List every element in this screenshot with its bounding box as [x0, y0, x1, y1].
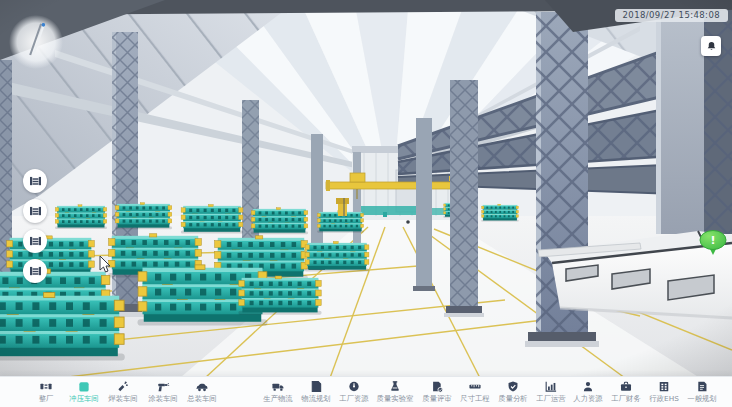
module-label: 工厂资源: [339, 395, 368, 403]
orientation-gizmo[interactable]: [8, 14, 64, 70]
die-stack-icon: [29, 206, 42, 217]
bottom-toolbar: 整厂 冲压车间 焊装车间 涂装车间 总装车间 生产物流 物流规划: [0, 376, 732, 407]
tab-whole-plant[interactable]: 整厂: [32, 380, 60, 403]
die-stack-icon: [29, 236, 42, 247]
tab-paint-shop[interactable]: 涂装车间: [147, 380, 179, 403]
review-doc-icon: [430, 380, 444, 393]
person-icon: [581, 380, 595, 393]
module-logistics-planning[interactable]: 物流规划: [300, 380, 332, 403]
tab-label: 总装车间: [187, 395, 216, 403]
tab-label: 冲压车间: [69, 395, 98, 403]
module-label: 人力资源: [574, 395, 603, 403]
module-quality-lab[interactable]: 质量实验室: [375, 380, 415, 403]
painting-icon: [156, 380, 170, 393]
tab-label: 整厂: [39, 395, 54, 403]
flask-icon: [388, 380, 402, 393]
die-stack-icon: [29, 266, 42, 277]
plant-layout-icon: [39, 380, 53, 393]
die-view-button-3[interactable]: [23, 229, 47, 253]
module-quality-review[interactable]: 质量评审: [421, 380, 453, 403]
module-label: 质量实验室: [377, 395, 414, 403]
workshop-tab-group: 整厂 冲压车间 焊装车间 涂装车间 总装车间: [32, 380, 218, 403]
module-label: 质量分析: [498, 395, 527, 403]
module-label: 行政EHS: [649, 395, 679, 403]
module-production-logistics[interactable]: 生产物流: [262, 380, 294, 403]
module-label: 一般规划: [687, 395, 716, 403]
die-view-button-4[interactable]: [23, 259, 47, 283]
module-label: 生产物流: [263, 395, 292, 403]
truck-icon: [271, 380, 285, 393]
document-icon: [695, 380, 709, 393]
chart-icon: [544, 380, 558, 393]
logistics-plan-icon: [309, 380, 323, 393]
module-quality-analysis[interactable]: 质量分析: [497, 380, 529, 403]
module-button-group: 生产物流 物流规划 工厂资源 质量实验室 质量评审 尺寸工程 质量分析 工厂运: [262, 380, 718, 403]
tab-assembly-shop[interactable]: 总装车间: [186, 380, 218, 403]
module-label: 物流规划: [301, 395, 330, 403]
module-label: 工厂财务: [611, 395, 640, 403]
tab-stamping-shop[interactable]: 冲压车间: [68, 380, 100, 403]
vignette: [0, 0, 732, 378]
die-view-button-1[interactable]: [23, 169, 47, 193]
scene-3d[interactable]: !: [0, 0, 732, 378]
notification-button[interactable]: [701, 36, 721, 56]
datetime-display: 2018/09/27 15:48:08: [615, 9, 728, 22]
module-factory-resources[interactable]: 工厂资源: [338, 380, 370, 403]
module-human-resources[interactable]: 人力资源: [572, 380, 604, 403]
ruler-icon: [468, 380, 482, 393]
die-stack-icon: [29, 176, 42, 187]
tab-welding-shop[interactable]: 焊装车间: [107, 380, 139, 403]
module-factory-operations[interactable]: 工厂运营: [535, 380, 567, 403]
viewport-3d[interactable]: !: [0, 0, 732, 407]
building-icon: [657, 380, 671, 393]
module-factory-finance[interactable]: 工厂财务: [610, 380, 642, 403]
assembly-icon: [195, 380, 209, 393]
bell-icon: [706, 41, 717, 52]
module-general-planning[interactable]: 一般规划: [686, 380, 718, 403]
tab-label: 涂装车间: [148, 395, 177, 403]
die-view-button-2[interactable]: [23, 199, 47, 223]
tab-label: 焊装车间: [108, 395, 137, 403]
stamping-icon: [77, 380, 91, 393]
module-label: 工厂运营: [536, 395, 565, 403]
module-label: 尺寸工程: [460, 395, 489, 403]
module-label: 质量评审: [422, 395, 451, 403]
briefcase-icon: [619, 380, 633, 393]
module-admin-ehs[interactable]: 行政EHS: [648, 380, 680, 403]
orientation-gizmo-icon: [8, 14, 64, 70]
welding-icon: [116, 380, 130, 393]
module-dimensional-engineering[interactable]: 尺寸工程: [459, 380, 491, 403]
shield-icon: [506, 380, 520, 393]
gauge-icon: [347, 380, 361, 393]
